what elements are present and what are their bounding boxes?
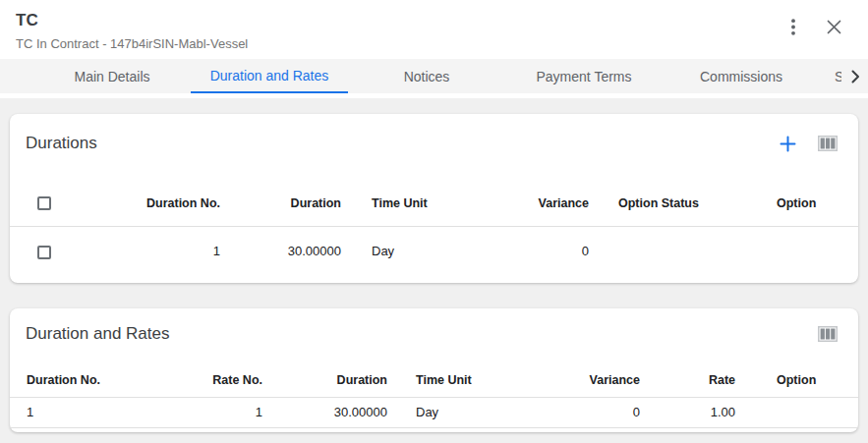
- dialog-subtitle: TC In Contract - 147b4irSIN-Mabl-Vessel: [16, 36, 852, 51]
- column-header-option-status: Option Status: [589, 181, 757, 226]
- close-button[interactable]: [824, 17, 843, 36]
- cell-option: [735, 397, 858, 427]
- tab-notices[interactable]: Notices: [348, 59, 505, 93]
- cell-duration: 30.00000: [262, 397, 387, 427]
- tab-payment-terms[interactable]: Payment Terms: [505, 59, 663, 93]
- add-duration-button[interactable]: [778, 134, 797, 153]
- durations-table-row[interactable]: 1 30.00000 Day 0: [10, 226, 858, 276]
- dialog-title-bar: TC TC In Contract - 147b4irSIN-Mabl-Vess…: [0, 0, 868, 59]
- kebab-menu-button[interactable]: [783, 17, 803, 36]
- row-checkbox[interactable]: [37, 246, 51, 259]
- cell-time-unit: Day: [341, 226, 472, 276]
- tab-bar: Main Details Duration and Rates Notices …: [0, 59, 868, 98]
- column-header-option: Option: [757, 181, 858, 226]
- tab-scroll-right-button[interactable]: [841, 59, 868, 93]
- cell-rate: 1.00: [640, 397, 735, 427]
- tab-duration-and-rates[interactable]: Duration and Rates: [191, 59, 348, 93]
- cell-time-unit: Day: [387, 397, 560, 427]
- dialog-title: TC: [16, 11, 852, 30]
- cell-option: [757, 226, 858, 276]
- cell-variance: 0: [560, 397, 640, 427]
- cell-option-status: [589, 226, 757, 276]
- dialog-header: TC TC In Contract - 147b4irSIN-Mabl-Vess…: [0, 0, 868, 98]
- rates-table-row[interactable]: 1 1 30.00000 Day 0 1.00: [10, 397, 858, 427]
- view-columns-icon: [818, 136, 838, 151]
- cell-duration-no: 1: [10, 397, 147, 427]
- durations-header-row: Duration No. Duration Time Unit Variance…: [10, 181, 858, 226]
- tab-commissions[interactable]: Commissions: [663, 59, 820, 93]
- cell-rate-no: 1: [147, 397, 262, 427]
- column-header-option: Option: [735, 363, 858, 397]
- dialog-content: Durations: [0, 98, 868, 432]
- duration-and-rates-table: Duration No. Rate No. Duration Time Unit…: [10, 363, 858, 428]
- view-columns-icon: [818, 326, 838, 342]
- cell-variance: 0: [472, 226, 589, 276]
- cell-duration: 30.00000: [220, 226, 341, 276]
- durations-card: Durations: [10, 114, 858, 283]
- add-icon: [780, 136, 796, 152]
- column-header-duration-no: Duration No.: [10, 363, 147, 397]
- column-settings-button[interactable]: [818, 134, 838, 153]
- duration-and-rates-section-title: Duration and Rates: [26, 324, 169, 344]
- column-header-duration: Duration: [262, 363, 387, 397]
- tab-main-details[interactable]: Main Details: [33, 59, 191, 93]
- cell-duration-no: 1: [98, 226, 220, 276]
- column-header-time-unit: Time Unit: [341, 181, 472, 226]
- close-icon: [827, 20, 841, 34]
- column-settings-button[interactable]: [818, 324, 838, 344]
- durations-table: Duration No. Duration Time Unit Variance…: [10, 181, 858, 276]
- chevron-right-icon: [849, 70, 861, 83]
- column-header-duration-no: Duration No.: [98, 181, 220, 226]
- durations-section-title: Durations: [26, 134, 97, 153]
- select-all-checkbox[interactable]: [37, 196, 51, 210]
- kebab-menu-icon: [791, 19, 795, 35]
- column-header-duration: Duration: [220, 181, 341, 226]
- rates-header-row: Duration No. Rate No. Duration Time Unit…: [10, 363, 858, 397]
- column-header-rate: Rate: [640, 363, 735, 397]
- column-header-time-unit: Time Unit: [387, 363, 560, 397]
- column-header-variance: Variance: [472, 181, 589, 226]
- column-header-rate-no: Rate No.: [147, 363, 262, 397]
- column-header-variance: Variance: [560, 363, 640, 397]
- duration-and-rates-card: Duration and Rates: [10, 308, 858, 432]
